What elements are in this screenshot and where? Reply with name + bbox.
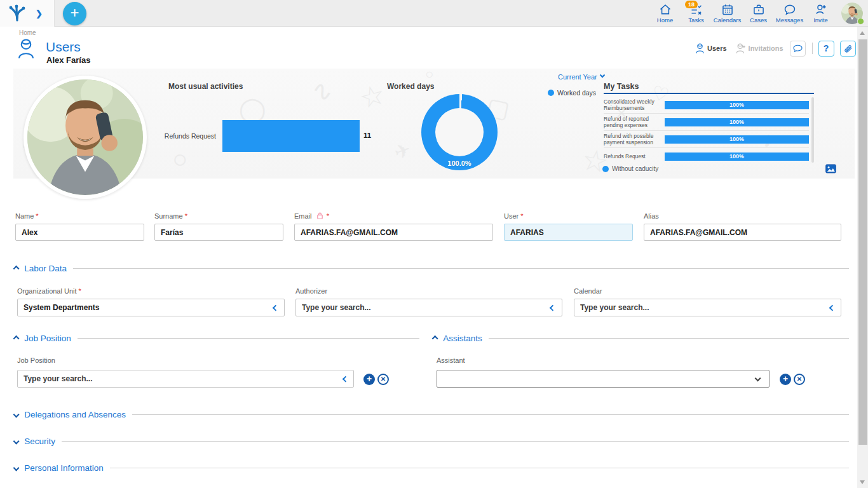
user-field[interactable]	[504, 224, 633, 241]
period-selector-dropdown[interactable]: Current Year	[558, 73, 604, 81]
tab-users-label: Users	[707, 44, 727, 52]
nav-item-invite[interactable]: Invite	[805, 0, 836, 27]
task-label: Consolidated Weekly Reimbursements	[604, 98, 665, 111]
org-unit-label: Organizational Unit*	[17, 287, 81, 295]
surname-label: Surname*	[154, 212, 187, 220]
chevron-down-icon	[13, 411, 20, 417]
nav-item-calendars[interactable]: Calendars	[712, 0, 743, 27]
user-avatar[interactable]	[841, 3, 863, 24]
donut-hole	[435, 108, 484, 156]
legend-dot-icon	[548, 90, 554, 96]
worked-days-chart-title: Worked days	[387, 82, 434, 91]
surname-field[interactable]	[154, 224, 283, 241]
alias-field[interactable]	[644, 224, 841, 241]
job-position-add-button[interactable]: +	[363, 374, 375, 385]
online-status-dot	[857, 18, 864, 25]
change-cover-image-button[interactable]	[825, 164, 836, 176]
create-new-button[interactable]: +	[63, 2, 86, 25]
calendar-label: Calendar	[574, 287, 602, 295]
nav-label-calendars: Calendars	[714, 17, 741, 24]
message-bubble-icon	[783, 3, 796, 16]
nav-item-home[interactable]: Home	[649, 0, 681, 27]
task-progress-bar: 100%	[665, 152, 809, 161]
assistant-label: Assistant	[437, 356, 465, 364]
user-label: User*	[504, 212, 524, 220]
nav-item-messages[interactable]: Messages	[774, 0, 805, 27]
nav-item-tasks[interactable]: 18 Tasks	[681, 0, 712, 27]
task-row[interactable]: Refund of reported pending expenses 100%	[604, 114, 809, 131]
activities-bar[interactable]	[222, 120, 360, 152]
section-assistants[interactable]: Assistants	[433, 334, 849, 343]
my-tasks-title: My Tasks	[604, 82, 639, 91]
scrollbar-thumb[interactable]	[858, 39, 867, 445]
profile-photo[interactable]	[24, 76, 147, 199]
doodle-circle-2: ○	[170, 144, 189, 175]
assistant-select[interactable]	[437, 370, 770, 388]
nav-label-invite: Invite	[813, 17, 828, 24]
attachments-button[interactable]	[840, 41, 856, 57]
job-position-remove-button[interactable]: ✕	[377, 374, 389, 385]
page-scrollbar[interactable]	[857, 27, 868, 488]
my-tasks-title-underline	[604, 93, 814, 94]
period-selector-value: Current Year	[558, 73, 597, 81]
home-icon	[659, 3, 672, 16]
nav-item-cases[interactable]: Cases	[743, 0, 774, 27]
scrollbar-up-arrow[interactable]	[860, 31, 865, 35]
doodle-zigzag: ∿	[308, 74, 337, 108]
tab-invitations-label: Invitations	[749, 44, 783, 52]
comments-button[interactable]	[790, 41, 806, 57]
sidebar-expand-chevron-icon[interactable]: ❯	[36, 9, 43, 18]
worked-days-donut[interactable]: 100.0%	[421, 94, 498, 170]
section-labor-data[interactable]: Labor Data	[14, 264, 849, 273]
section-title-personal-information: Personal Information	[24, 463, 104, 473]
users-page-icon	[17, 38, 36, 60]
tasks-list-scrollbar[interactable]	[811, 97, 814, 163]
section-divider-line	[62, 441, 849, 442]
section-security[interactable]: Security	[14, 437, 849, 446]
name-field[interactable]	[15, 224, 144, 241]
name-label: Name*	[15, 212, 39, 220]
topbar: ❯ + Home 18 Tasks Calendars Cases	[0, 0, 868, 27]
breadcrumb[interactable]: Home	[19, 29, 36, 36]
nav-label-home: Home	[657, 17, 673, 24]
help-button[interactable]: ?	[818, 41, 834, 57]
nav-label-messages: Messages	[776, 17, 803, 24]
section-title-labor-data: Labor Data	[24, 264, 67, 273]
job-position-label: Job Position	[17, 356, 55, 364]
task-row[interactable]: Refund with possible payment suspension …	[604, 131, 809, 148]
task-row[interactable]: Refunds Request 100%	[604, 148, 809, 165]
org-unit-field[interactable]	[17, 299, 285, 316]
assistant-add-button[interactable]: +	[780, 374, 791, 385]
tab-invitations[interactable]: Invitations	[736, 43, 783, 54]
chevron-down-icon	[600, 72, 605, 78]
email-field[interactable]	[294, 224, 493, 241]
tasks-count-badge: 18	[685, 1, 698, 8]
invite-person-icon	[815, 3, 827, 16]
section-title-job-position: Job Position	[24, 334, 71, 343]
assistant-remove-button[interactable]: ✕	[794, 374, 805, 385]
doodle-star: ☆	[356, 78, 388, 115]
task-label: Refund with possible payment suspension	[604, 133, 665, 146]
worked-days-percent-label: 100.0%	[421, 159, 498, 167]
section-personal-information[interactable]: Personal Information	[14, 463, 849, 473]
section-title-assistants: Assistants	[443, 334, 482, 343]
invitations-tab-icon	[736, 43, 746, 54]
worked-days-legend: Worked days	[548, 89, 596, 97]
task-row[interactable]: Consolidated Weekly Reimbursements 100%	[604, 97, 809, 114]
job-position-field[interactable]	[17, 370, 354, 388]
tab-users[interactable]: Users	[695, 43, 727, 54]
page-subtitle-username: Alex Farías	[46, 55, 90, 65]
task-label: Refund of reported pending expenses	[604, 116, 665, 128]
app-logo-area[interactable]: ❯	[0, 0, 55, 27]
tasks-legend: Without caducity	[602, 165, 658, 172]
section-divider-line	[78, 338, 419, 339]
lock-icon	[317, 212, 323, 219]
calendar-field[interactable]	[574, 299, 841, 316]
section-job-position[interactable]: Job Position	[14, 334, 419, 343]
doodle-plane: ✈	[391, 138, 414, 164]
chevron-down-icon	[13, 438, 20, 444]
scrollbar-down-arrow[interactable]	[860, 480, 865, 484]
authorizer-field[interactable]	[295, 299, 562, 316]
section-delegations-and-absences[interactable]: Delegations and Absences	[14, 410, 849, 419]
section-divider-line	[110, 468, 849, 468]
